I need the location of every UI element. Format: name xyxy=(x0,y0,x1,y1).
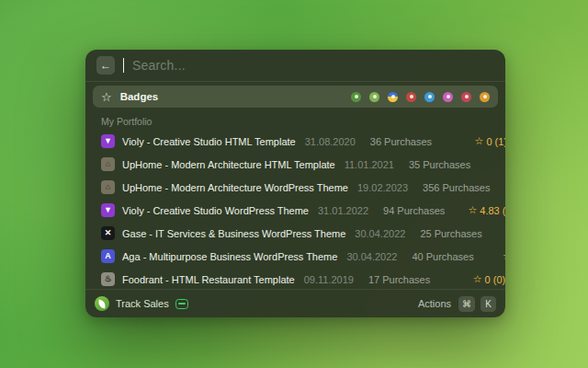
wallet-icon xyxy=(175,299,188,309)
item-purchases: 25 Purchases xyxy=(420,228,481,239)
search-bar: ← Search... xyxy=(85,50,505,82)
list-item[interactable]: ▼ Violy - Creative Studio HTML Template … xyxy=(93,130,498,153)
item-title: Violy - Creative Studio WordPress Theme xyxy=(122,205,309,216)
search-input[interactable]: Search... xyxy=(132,58,186,73)
foodrant-icon: ♨ xyxy=(101,272,115,286)
item-purchases: 94 Purchases xyxy=(383,205,445,216)
footer-bar: Track Sales Actions ⌘ K xyxy=(85,289,505,317)
item-title: Violy - Creative Studio HTML Template xyxy=(122,136,296,147)
item-title: UpHome - Modern Architecture HTML Templa… xyxy=(122,159,335,170)
back-button[interactable]: ← xyxy=(96,56,115,75)
list-item[interactable]: A Aga - Multipurpose Business WordPress … xyxy=(93,245,498,268)
list-item[interactable]: ♨ Foodrant - HTML Restaurant Template 09… xyxy=(93,268,498,289)
item-purchases: 17 Purchases xyxy=(368,274,430,285)
results-list: ☆ Badges My Portfolio ▼ Violy - Creative… xyxy=(85,82,505,289)
item-rating: ☆4.75 (8) xyxy=(492,251,505,262)
list-item-badges[interactable]: ☆ Badges xyxy=(93,86,498,108)
rating-value: 0 (0) xyxy=(485,274,505,285)
item-date: 11.01.2021 xyxy=(345,159,394,170)
item-title: Aga - Multipurpose Business WordPress Th… xyxy=(122,251,337,262)
star-icon: ☆ xyxy=(101,91,112,103)
command-palette: ← Search... ☆ Badges My Portfolio ▼ Viol… xyxy=(85,50,505,317)
item-date: 30.04.2022 xyxy=(355,228,405,239)
aga-icon: A xyxy=(101,249,115,263)
rating-value: 0 (1) xyxy=(486,136,505,147)
gold-badge-icon xyxy=(480,92,490,102)
item-purchases: 40 Purchases xyxy=(412,251,473,262)
rating-star-icon: ☆ xyxy=(475,136,484,146)
item-rating: ☆5 (5) xyxy=(501,228,505,239)
gase-icon: ✕ xyxy=(101,226,115,240)
actions-button[interactable]: Actions xyxy=(418,298,451,309)
violy-icon: ▼ xyxy=(101,203,115,217)
section-header: My Portfolio xyxy=(101,116,490,127)
rating-star-icon: ☆ xyxy=(503,251,505,261)
item-rating: ☆4.83 (12) xyxy=(463,205,505,216)
lightgreen-badge-icon xyxy=(369,92,379,102)
item-title: Gase - IT Services & Business WordPress … xyxy=(122,228,345,239)
rating-value: 4.83 (12) xyxy=(480,205,505,216)
envato-leaf-icon xyxy=(95,296,109,311)
item-title: Foodrant - HTML Restaurant Template xyxy=(122,274,295,285)
item-title: UpHome - Modern Architecture WordPress T… xyxy=(122,182,348,193)
item-rating: ☆0 (0) xyxy=(448,274,505,285)
rating-star-icon: ☆ xyxy=(473,274,482,284)
badges-label: Badges xyxy=(120,91,159,102)
k-keycap: K xyxy=(481,296,496,312)
red-badge-icon xyxy=(406,92,416,102)
badges-set xyxy=(351,92,490,102)
item-rating: ☆0 (0) xyxy=(489,159,505,170)
violy-icon: ▼ xyxy=(101,134,115,148)
blue-badge-icon xyxy=(424,92,435,102)
extension-name: Track Sales xyxy=(116,298,169,309)
ukraine-badge-icon xyxy=(388,92,398,102)
item-purchases: 36 Purchases xyxy=(370,136,432,147)
item-date: 30.04.2022 xyxy=(346,251,397,262)
item-rating: ☆0 (1) xyxy=(450,136,505,147)
item-date: 09.11.2019 xyxy=(304,274,354,285)
item-date: 19.02.2023 xyxy=(357,182,408,193)
rating-star-icon: ☆ xyxy=(468,205,477,215)
list-item[interactable]: ⌂ UpHome - Modern Architecture HTML Temp… xyxy=(93,153,498,176)
list-item[interactable]: ✕ Gase - IT Services & Business WordPres… xyxy=(93,222,498,245)
list-item[interactable]: ⌂ UpHome - Modern Architecture WordPress… xyxy=(93,176,498,199)
item-purchases: 356 Purchases xyxy=(423,182,490,193)
uphome-icon: ⌂ xyxy=(101,157,115,171)
text-cursor xyxy=(123,58,124,73)
cmd-keycap: ⌘ xyxy=(458,296,475,312)
item-purchases: 35 Purchases xyxy=(409,159,470,170)
green-badge-icon xyxy=(351,92,361,102)
uphome-icon: ⌂ xyxy=(101,180,115,194)
pink-badge-icon xyxy=(443,92,453,102)
item-date: 31.08.2020 xyxy=(305,136,356,147)
list-item[interactable]: ▼ Violy - Creative Studio WordPress Them… xyxy=(93,199,498,222)
item-date: 31.01.2022 xyxy=(318,205,368,216)
crimson-badge-icon xyxy=(461,92,471,102)
